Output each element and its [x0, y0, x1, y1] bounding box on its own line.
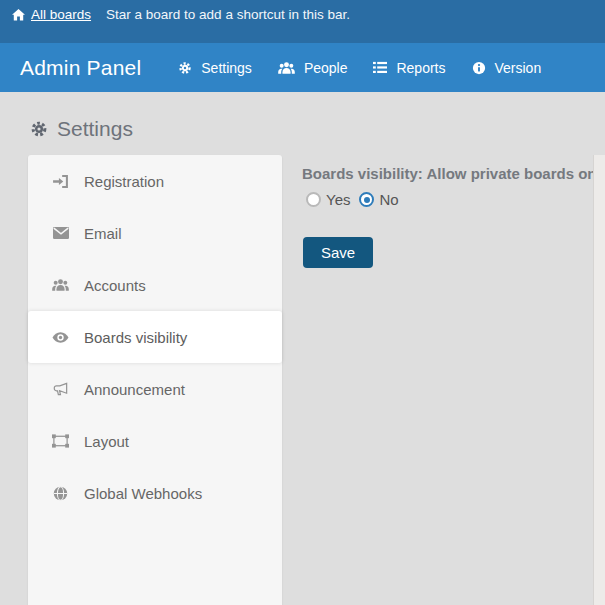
sidebar-item-label: Global Webhooks: [84, 485, 202, 502]
object-group-icon: [52, 434, 69, 448]
nav-item-label: Reports: [396, 60, 445, 76]
settings-sidebar: Registration Email Accounts: [28, 155, 282, 605]
radio-no-label: No: [379, 191, 398, 208]
bullhorn-icon: [52, 382, 69, 396]
sidebar-item-label: Registration: [84, 173, 164, 190]
home-icon: [12, 9, 25, 21]
nav-item-version[interactable]: Version: [459, 43, 555, 92]
page-title: Settings: [30, 117, 133, 141]
nav-item-label: People: [304, 60, 348, 76]
next-panel-edge: [593, 155, 605, 605]
admin-navbar: Admin Panel Settings: [0, 43, 605, 92]
nav-item-label: Version: [495, 60, 542, 76]
list-icon: [373, 61, 387, 74]
save-button[interactable]: Save: [303, 237, 373, 268]
radio-option-yes[interactable]: Yes: [306, 191, 350, 208]
radio-yes-label: Yes: [326, 191, 350, 208]
people-icon: [278, 61, 295, 75]
sidebar-item-announcement[interactable]: Announcement: [28, 363, 282, 415]
shortcut-hint-text: Star a board to add a shortcut in this b…: [106, 7, 350, 22]
sidebar-item-layout[interactable]: Layout: [28, 415, 282, 467]
globe-icon: [52, 486, 69, 501]
info-icon: [472, 61, 486, 75]
setting-question-label: Boards visibility: Allow private boards …: [302, 165, 605, 182]
envelope-icon: [52, 227, 69, 239]
shortcut-bar: All boards Star a board to add a shortcu…: [0, 0, 605, 43]
sidebar-item-label: Announcement: [84, 381, 185, 398]
navbar-menu: Settings People: [165, 43, 554, 92]
app-title: Admin Panel: [20, 56, 141, 80]
sign-in-icon: [52, 175, 69, 188]
sidebar-item-label: Accounts: [84, 277, 146, 294]
radio-yes[interactable]: [306, 192, 321, 207]
sidebar-item-label: Email: [84, 225, 122, 242]
all-boards-link[interactable]: All boards: [12, 7, 91, 22]
gear-icon: [30, 120, 48, 138]
radio-no[interactable]: [359, 192, 374, 207]
sidebar-item-global-webhooks[interactable]: Global Webhooks: [28, 467, 282, 519]
nav-item-reports[interactable]: Reports: [360, 43, 458, 92]
page-title-text: Settings: [57, 117, 133, 141]
sidebar-item-accounts[interactable]: Accounts: [28, 259, 282, 311]
nav-item-settings[interactable]: Settings: [165, 43, 265, 92]
all-boards-label: All boards: [31, 7, 91, 22]
sidebar-item-boards-visibility[interactable]: Boards visibility: [28, 311, 282, 363]
sidebar-item-label: Boards visibility: [84, 329, 187, 346]
users-icon: [52, 278, 69, 292]
nav-item-label: Settings: [201, 60, 252, 76]
sidebar-item-label: Layout: [84, 433, 129, 450]
sidebar-item-registration[interactable]: Registration: [28, 155, 282, 207]
gear-icon: [178, 61, 192, 75]
visibility-radio-group: Yes No: [306, 191, 399, 208]
sidebar-item-email[interactable]: Email: [28, 207, 282, 259]
nav-item-people[interactable]: People: [265, 43, 361, 92]
radio-option-no[interactable]: No: [359, 191, 398, 208]
eye-icon: [52, 332, 69, 343]
